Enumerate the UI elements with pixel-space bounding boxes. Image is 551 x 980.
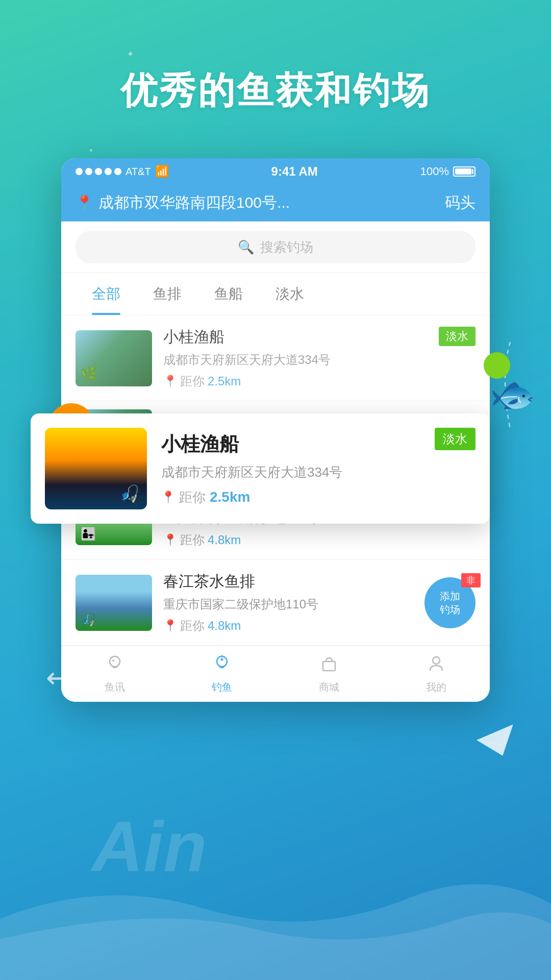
tab-bar: 全部 鱼排 鱼船 淡水 [61,273,490,315]
expanded-card-info: 小桂渔船 成都市天府新区天府大道334号 📍 距你 2.5km [161,431,420,506]
expanded-distance-label: 距你 [179,488,206,506]
wifi-icon: 📶 [155,165,169,178]
location-address: 成都市双华路南四段100号... [98,192,290,213]
signal-dot-2 [85,168,92,175]
listing-address-4: 重庆市国家二级保护地110号 [163,596,413,612]
expanded-card-thumb [45,428,147,509]
listing-item-1[interactable]: 小桂渔船 成都市天府新区天府大道334号 📍 距你 2.5km 淡水 [61,315,490,401]
svg-point-5 [433,657,440,664]
signal-dot-5 [114,168,121,175]
signal-dot-1 [76,168,83,175]
add-spot-label: 添加钓场 [440,590,460,616]
search-bar: 🔍 搜索钓场 [61,222,490,273]
tab-yuchuan[interactable]: 鱼船 [198,273,259,315]
bottom-wave [0,827,551,980]
location-action[interactable]: 码头 [445,192,475,213]
distance-pin-icon-3: 📍 [163,533,177,547]
add-spot-tag: 非 [461,573,481,587]
listing-thumb-4 [76,575,152,631]
listing-distance-4: 📍 距你 4.8km [163,618,413,634]
distance-value-4: 4.8km [208,619,241,633]
listing-name-4: 春江茶水鱼排 [163,571,413,592]
shangcheng-icon [320,654,338,677]
nav-item-shangcheng[interactable]: 商城 [319,654,339,694]
expanded-card-distance: 📍 距你 2.5km [161,488,420,506]
distance-value-1: 2.5km [208,374,241,388]
expanded-card[interactable]: 小桂渔船 成都市天府新区天府大道334号 📍 距你 2.5km 淡水 [31,413,490,524]
listing-item-4[interactable]: 春江茶水鱼排 重庆市国家二级保护地110号 📍 距你 4.8km 添加钓场 非 [61,560,490,646]
signal-dot-4 [105,168,112,175]
nav-label-wode: 我的 [426,680,446,694]
sparkle-1: ✦ [127,48,134,60]
distance-label-1: 距你 [180,373,205,389]
expanded-distance-pin-icon: 📍 [161,491,175,504]
tab-yuupai[interactable]: 鱼排 [137,273,198,315]
distance-value-3: 4.8km [208,533,241,547]
search-input-field[interactable]: 🔍 搜索钓场 [76,231,475,263]
battery-icon [453,166,475,177]
listing-thumb-1 [76,330,152,386]
signal-dots [76,168,121,175]
listing-name-1: 小桂渔船 [163,327,428,348]
hero-title: 优秀的鱼获和钓场 [0,66,551,115]
paper-plane-decoration [474,722,515,766]
nav-item-wode[interactable]: 我的 [426,654,446,694]
svg-marker-6 [477,725,513,755]
tab-danshui[interactable]: 淡水 [259,273,320,315]
svg-point-2 [217,656,227,667]
search-placeholder: 搜索钓场 [260,238,313,256]
bottom-nav: 鱼讯 钓鱼 商城 我的 [61,646,490,702]
yuxun-icon [106,654,124,677]
expanded-card-name: 小桂渔船 [161,431,420,457]
sparkle-3: • [89,145,92,156]
nav-item-yuxun[interactable]: 鱼讯 [105,654,125,694]
battery-percent: 100% [420,165,449,178]
svg-point-3 [221,658,223,660]
tab-all[interactable]: 全部 [76,273,137,315]
distance-label-4: 距你 [180,618,205,634]
status-bar: AT&T 📶 9:41 AM 100% [61,158,490,185]
ain-text: Ain [92,805,207,888]
signal-dot-3 [95,168,102,175]
listing-distance-3: 📍 距你 4.8km [163,532,428,548]
expanded-distance-value: 2.5km [210,489,250,505]
expanded-card-tag: 淡水 [435,428,475,450]
arrow-decoration: ↩ [46,661,70,694]
nav-label-yuxun: 鱼讯 [105,680,125,694]
status-left: AT&T 📶 [76,165,169,178]
svg-rect-4 [323,662,335,671]
svg-point-1 [112,659,114,662]
battery-tip [472,169,474,174]
listing-info-1: 小桂渔船 成都市天府新区天府大道334号 📍 距你 2.5km [163,327,428,389]
nav-label-shangcheng: 商城 [319,680,339,694]
distance-label-3: 距你 [180,532,205,548]
svg-point-0 [110,656,120,667]
distance-pin-icon-4: 📍 [163,619,177,632]
location-left: 📍 成都市双华路南四段100号... [76,192,290,213]
nav-item-diaoyu[interactable]: 钓鱼 [212,654,232,694]
search-icon: 🔍 [238,239,254,255]
carrier-label: AT&T [126,166,151,178]
listing-info-4: 春江茶水鱼排 重庆市国家二级保护地110号 📍 距你 4.8km [163,571,413,634]
status-time: 9:41 AM [271,164,318,179]
distance-pin-icon-1: 📍 [163,375,177,388]
nav-label-diaoyu: 钓鱼 [212,680,232,694]
status-right: 100% [420,165,475,178]
battery-fill [455,168,471,175]
expanded-card-address: 成都市天府新区天府大道334号 [161,463,420,481]
listing-address-1: 成都市天府新区天府大道334号 [163,352,428,368]
fish-decoration: 🐟 [490,373,536,416]
location-pin-icon: 📍 [76,194,93,211]
wode-icon [427,654,445,677]
listing-distance-1: 📍 距你 2.5km [163,373,428,389]
location-bar[interactable]: 📍 成都市双华路南四段100号... 码头 [61,185,490,222]
diaoyu-icon [213,654,231,677]
